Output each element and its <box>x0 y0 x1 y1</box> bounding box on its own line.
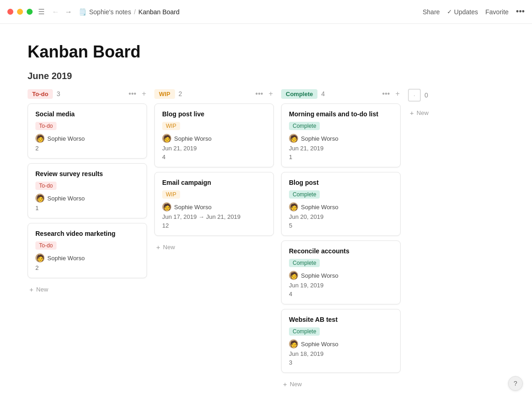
card-title: Blog post <box>289 179 393 186</box>
app-name[interactable]: Sophie's notes <box>89 8 131 16</box>
wip-actions: ••• + <box>255 89 274 99</box>
card-meta: 🧑 Sophie Worso <box>35 134 139 143</box>
plus-icon: + <box>29 286 34 293</box>
card-date: Jun 17, 2019 → Jun 21, 2019 <box>162 213 266 220</box>
main-content: Kanban Board June 2019 To-do 3 ••• + Soc… <box>0 24 532 400</box>
todo-more-button[interactable]: ••• <box>128 89 137 99</box>
current-page: Kanban Board <box>138 8 180 16</box>
card-tag: To-do <box>35 182 57 190</box>
plus-icon: + <box>283 380 287 388</box>
todo-actions: ••• + <box>128 89 147 99</box>
complete-add-button[interactable]: + <box>395 89 401 99</box>
card-person: Sophie Worso <box>174 135 211 142</box>
complete-tag: Complete <box>281 89 317 99</box>
card-count: 4 <box>162 154 266 160</box>
avatar: 🧑 <box>289 339 298 349</box>
maximize-button[interactable] <box>27 9 33 15</box>
column-header-complete: Complete 4 ••• + <box>281 89 401 99</box>
card-tag: Complete <box>289 259 320 267</box>
empty-new-button[interactable]: + New <box>408 106 527 120</box>
nav-arrows: ← → <box>50 7 74 17</box>
card-tag: WIP <box>162 122 180 130</box>
todo-tag: To-do <box>28 89 53 99</box>
wip-new-button[interactable]: + New <box>154 240 274 254</box>
empty-count: 0 <box>424 91 428 99</box>
card-title: Research video marketing <box>35 230 139 237</box>
card-social-media: Social media To-do 🧑 Sophie Worso 2 <box>28 103 147 159</box>
card-count: 1 <box>289 154 393 160</box>
todo-count: 3 <box>57 90 60 97</box>
card-tag: To-do <box>35 241 57 250</box>
avatar: 🧑 <box>289 134 298 143</box>
card-date: Jun 18, 2019 <box>289 350 393 357</box>
card-tag: To-do <box>35 122 57 130</box>
card-person: Sophie Worso <box>47 255 85 262</box>
card-blog-post-live: Blog post live WIP 🧑 Sophie Worso Jun 21… <box>154 103 274 167</box>
column-wip: WIP 2 ••• + Blog post live WIP 🧑 Sophie … <box>154 89 274 254</box>
card-email-campaign: Email campaign WIP 🧑 Sophie Worso Jun 17… <box>154 172 274 236</box>
card-meta: 🧑 Sophie Worso <box>289 202 393 211</box>
card-meta: 🧑 Sophie Worso <box>289 339 393 349</box>
card-tag: Complete <box>289 190 320 199</box>
avatar: 🧑 <box>35 134 45 143</box>
plus-icon: + <box>156 243 160 251</box>
card-title: Review survey results <box>35 170 139 177</box>
column-todo: To-do 3 ••• + Social media To-do 🧑 Sophi… <box>28 89 147 296</box>
card-date: Jun 21, 2019 <box>289 145 393 152</box>
card-blog-post: Blog post Complete 🧑 Sophie Worso Jun 20… <box>281 172 401 236</box>
plus-icon: + <box>410 109 414 117</box>
wip-add-button[interactable]: + <box>268 89 274 99</box>
group-title: June 2019 <box>28 71 504 81</box>
card-count: 12 <box>162 222 266 229</box>
wip-tag: WIP <box>154 89 175 99</box>
new-label: New <box>290 381 302 388</box>
card-person: Sophie Worso <box>301 272 338 279</box>
card-website-ab-test: Website AB test Complete 🧑 Sophie Worso … <box>281 309 401 373</box>
card-person: Sophie Worso <box>47 195 85 202</box>
card-tag: Complete <box>289 122 320 130</box>
card-count: 2 <box>35 145 139 152</box>
help-button[interactable]: ? <box>508 376 523 391</box>
minimize-button[interactable] <box>17 9 23 15</box>
card-count: 4 <box>289 291 393 297</box>
card-research-video: Research video marketing To-do 🧑 Sophie … <box>28 223 147 278</box>
card-meta: 🧑 Sophie Worso <box>289 271 393 280</box>
todo-add-button[interactable]: + <box>141 89 147 99</box>
new-label: New <box>36 286 48 293</box>
complete-new-button[interactable]: + New <box>281 377 401 391</box>
complete-more-button[interactable]: ••• <box>381 89 391 99</box>
card-count: 5 <box>289 222 393 229</box>
titlebar-actions: Share ✓ Updates Favorite ••• <box>423 7 525 17</box>
close-button[interactable] <box>7 9 13 15</box>
forward-arrow-icon[interactable]: → <box>63 7 74 17</box>
menu-icon[interactable]: ☰ <box>38 7 45 16</box>
card-title: Email campaign <box>162 179 266 186</box>
column-header-wip: WIP 2 ••• + <box>154 89 274 99</box>
titlebar: ☰ ← → 🗒️ Sophie's notes / Kanban Board S… <box>0 0 532 24</box>
card-tag: Complete <box>289 327 320 336</box>
card-title: Reconcile accounts <box>289 247 393 255</box>
card-review-survey: Review survey results To-do 🧑 Sophie Wor… <box>28 163 147 218</box>
avatar: 🧑 <box>289 202 298 211</box>
favorite-button[interactable]: Favorite <box>486 8 509 16</box>
updates-button[interactable]: ✓ Updates <box>447 8 478 16</box>
app-icon: 🗒️ <box>79 8 86 16</box>
avatar: 🧑 <box>35 253 45 263</box>
card-morning-emails: Morning emails and to-do list Complete 🧑… <box>281 103 401 167</box>
back-arrow-icon[interactable]: ← <box>50 7 61 17</box>
new-label: New <box>163 244 175 251</box>
share-button[interactable]: Share <box>423 8 440 16</box>
card-title: Blog post live <box>162 110 266 118</box>
card-date: Jun 20, 2019 <box>289 213 393 220</box>
card-meta: 🧑 Sophie Worso <box>35 194 139 203</box>
wip-more-button[interactable]: ••• <box>255 89 264 99</box>
card-person: Sophie Worso <box>301 204 338 211</box>
todo-new-button[interactable]: + New <box>28 283 147 296</box>
breadcrumb: 🗒️ Sophie's notes / Kanban Board <box>79 8 180 16</box>
avatar: 🧑 <box>162 134 171 143</box>
more-options-button[interactable]: ••• <box>516 7 525 17</box>
avatar: 🧑 <box>162 202 171 211</box>
new-label: New <box>417 109 429 116</box>
card-date: Jun 19, 2019 <box>289 282 393 289</box>
avatar: 🧑 <box>35 194 45 203</box>
